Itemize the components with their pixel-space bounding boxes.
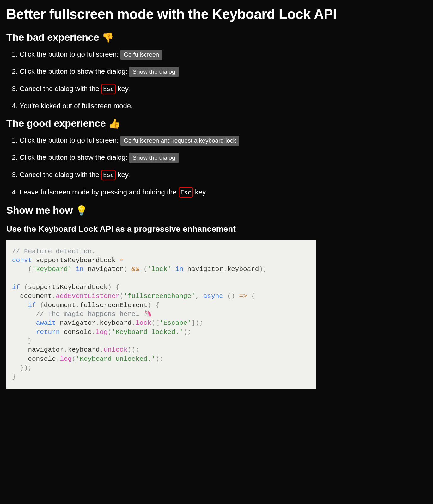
- code-token: }: [20, 364, 24, 372]
- code-token: in: [171, 266, 187, 273]
- code-token: (: [28, 266, 32, 273]
- list-item: Click the button to go fullscreen: Go fu…: [20, 50, 427, 60]
- code-token: [12, 310, 36, 318]
- code-token: ): [124, 266, 128, 273]
- show-dialog-button[interactable]: Show the dialog: [129, 67, 178, 77]
- code-token: console: [12, 355, 56, 363]
- code-token: unlock: [104, 346, 128, 353]
- bad-steps-list: Click the button to go fullscreen: Go fu…: [20, 50, 427, 111]
- code-token: ;: [263, 266, 267, 273]
- code-token: [12, 329, 36, 336]
- go-fullscreen-button[interactable]: Go fullscreen: [120, 50, 162, 60]
- code-block: // Feature detection. const supportsKeyb…: [6, 240, 316, 389]
- code-token: 'lock': [148, 266, 172, 273]
- code-token: 'Escape': [159, 319, 191, 327]
- code-token: lock: [136, 319, 151, 327]
- code-token: ;: [187, 329, 192, 336]
- code-token: }: [28, 337, 32, 345]
- lightbulb-icon: 💡: [76, 205, 88, 216]
- list-item: Leave fullscreen mode by pressing and ho…: [20, 187, 427, 198]
- code-token: [12, 364, 20, 372]
- go-fullscreen-lock-button[interactable]: Go fullscreen and request a keyboard loc…: [120, 136, 239, 146]
- code-token: [: [156, 319, 160, 327]
- code-token: [223, 292, 227, 300]
- code-token: [12, 302, 28, 309]
- code-token: ): [131, 346, 136, 353]
- code-token: const: [12, 257, 32, 264]
- code-token: ): [259, 266, 263, 273]
- code-token: .: [96, 319, 100, 327]
- code-token: console: [60, 329, 92, 336]
- code-token: .: [100, 346, 104, 353]
- code-token: ): [24, 364, 28, 372]
- code-token: ): [148, 302, 152, 309]
- code-token: log: [96, 329, 108, 336]
- list-item: Click the button to show the dialog: Sho…: [20, 67, 427, 77]
- code-token: (: [119, 292, 124, 300]
- code-token: (: [108, 329, 112, 336]
- code-token: 'Keyboard unlocked.': [76, 355, 156, 363]
- code-token: .: [64, 346, 68, 353]
- code-token: [151, 302, 156, 309]
- code-token: ;: [159, 355, 163, 363]
- step-text: Cancel the dialog with the: [20, 171, 101, 179]
- list-item: Click the button to show the dialog: Sho…: [20, 153, 427, 163]
- code-token: keyboard: [227, 266, 259, 273]
- code-comment: // The magic happens here… 🦄: [36, 310, 152, 318]
- bad-heading-text: The bad experience: [6, 32, 102, 43]
- code-token: ): [195, 319, 199, 327]
- esc-key: Esc: [101, 170, 116, 180]
- step-text: Leave fullscreen mode by pressing and ho…: [20, 188, 179, 196]
- code-token: return: [36, 329, 60, 336]
- code-token: [112, 284, 116, 291]
- code-token: (: [128, 346, 132, 353]
- code-token: ): [107, 284, 112, 291]
- code-token: (: [40, 302, 44, 309]
- code-token: [36, 302, 40, 309]
- code-token: [12, 337, 28, 345]
- code-token: {: [116, 284, 120, 291]
- code-token: {: [251, 292, 255, 300]
- step-text: Click the button to go fullscreen:: [20, 50, 120, 58]
- list-item: Cancel the dialog with the Esc key.: [20, 170, 427, 180]
- code-token: .: [52, 292, 56, 300]
- step-text: Click the button to show the dialog:: [20, 67, 129, 75]
- step-text: key.: [116, 85, 130, 93]
- code-token: (: [143, 266, 148, 273]
- code-token: (: [151, 319, 156, 327]
- step-text: key.: [116, 171, 130, 179]
- code-token: [20, 284, 24, 291]
- code-token: document: [44, 302, 76, 309]
- code-token: await: [36, 319, 56, 327]
- code-token: supportsKeyboardLock: [28, 284, 107, 291]
- code-token: [235, 292, 239, 300]
- code-token: (: [24, 284, 28, 291]
- good-heading-text: The good experience: [6, 118, 108, 129]
- esc-key: Esc: [179, 187, 193, 198]
- code-token: supportsKeyboardLock: [32, 257, 119, 264]
- code-token: ;: [28, 364, 32, 372]
- code-token: async: [203, 292, 223, 300]
- code-token: document: [12, 292, 52, 300]
- good-steps-list: Click the button to go fullscreen: Go fu…: [20, 136, 427, 197]
- code-token: [247, 292, 251, 300]
- code-token: .: [56, 355, 60, 363]
- list-item: Click the button to go fullscreen: Go fu…: [20, 136, 427, 146]
- code-token: navigator: [56, 319, 96, 327]
- code-token: .: [223, 266, 227, 273]
- step-text: Click the button to show the dialog:: [20, 153, 129, 161]
- code-token: log: [60, 355, 72, 363]
- code-token: ;: [136, 346, 140, 353]
- step-text: Cancel the dialog with the: [20, 85, 101, 93]
- subheading: Use the Keyboard Lock API as a progressi…: [6, 224, 427, 234]
- show-dialog-button[interactable]: Show the dialog: [129, 153, 178, 163]
- code-token: if: [28, 302, 36, 309]
- code-token: ;: [199, 319, 203, 327]
- code-token: keyboard: [100, 319, 131, 327]
- code-token: (: [227, 292, 231, 300]
- show-me-how-heading: Show me how 💡: [6, 205, 427, 216]
- code-token: navigator: [187, 266, 223, 273]
- code-token: addEventListener: [56, 292, 120, 300]
- list-item: Cancel the dialog with the Esc key.: [20, 84, 427, 94]
- step-text: key.: [193, 188, 207, 196]
